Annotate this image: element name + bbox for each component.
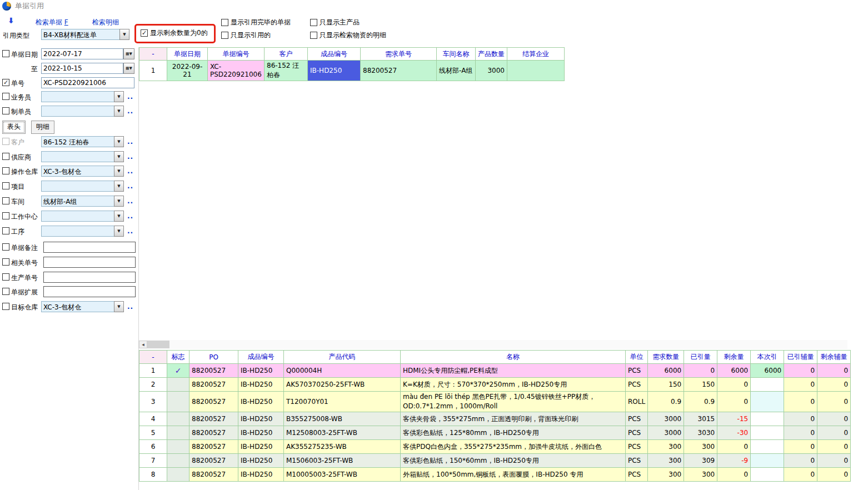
detail-grid-cell[interactable]: 0: [784, 364, 817, 378]
detail-grid-cell[interactable]: 6: [139, 440, 167, 454]
detail-grid-cell[interactable]: 客供夹骨袋，355*275mm，正面透明印刷，背面珠光印刷: [401, 412, 626, 426]
detail-grid-cell[interactable]: Q000004H: [284, 364, 401, 378]
date-input[interactable]: 2022-10-15: [41, 63, 123, 74]
field-checkbox[interactable]: [2, 182, 9, 189]
field-checkbox[interactable]: [2, 167, 9, 174]
text-input[interactable]: [43, 286, 136, 297]
tab-detail[interactable]: 明细: [31, 121, 54, 134]
combo-value[interactable]: XC-3-包材仓: [41, 301, 114, 312]
field-checkbox[interactable]: ✓: [2, 79, 9, 86]
detail-grid-cell[interactable]: 7: [139, 454, 167, 468]
current-draw-qty-cell[interactable]: [751, 378, 784, 392]
detail-grid-cell[interactable]: 88200527: [189, 412, 238, 426]
field-checkbox[interactable]: [2, 303, 9, 310]
detail-grid-cell[interactable]: [167, 468, 189, 482]
detail-grid-cell[interactable]: IB-HD250: [238, 440, 284, 454]
detail-grid-cell[interactable]: PCS: [626, 440, 648, 454]
text-input[interactable]: [43, 242, 136, 253]
detail-grid-cell[interactable]: 0: [817, 364, 851, 378]
field-checkbox-box[interactable]: [2, 138, 9, 145]
field-checkbox[interactable]: [2, 50, 9, 57]
current-draw-qty-cell[interactable]: 6000: [751, 364, 784, 378]
current-draw-qty-cell[interactable]: [751, 454, 784, 468]
combo-box[interactable]: ▼: [41, 211, 124, 222]
detail-grid-cell[interactable]: M1506003-25FT-WB: [284, 454, 401, 468]
detail-grid-cell[interactable]: 0: [817, 454, 851, 468]
search-detail-link[interactable]: 检索明细: [92, 18, 119, 27]
detail-grid-cell[interactable]: [167, 454, 189, 468]
download-icon[interactable]: ⬇: [8, 16, 14, 25]
detail-grid-cell[interactable]: 0: [717, 392, 751, 412]
detail-grid-cell[interactable]: PCS: [626, 364, 648, 378]
detail-grid-cell[interactable]: PCS: [626, 426, 648, 440]
combo-more-link[interactable]: ..: [127, 227, 133, 235]
field-checkbox[interactable]: [2, 258, 9, 266]
combo-value[interactable]: [41, 181, 114, 192]
combo-dropdown-icon[interactable]: ▼: [114, 226, 124, 237]
detail-grid-cell[interactable]: 0: [817, 426, 851, 440]
detail-grid-cell[interactable]: IB-HD250: [238, 412, 284, 426]
combo-box[interactable]: ▼: [41, 151, 124, 162]
detail-grid-cell[interactable]: M12508003-25FT-WB: [284, 426, 401, 440]
combo-dropdown-icon[interactable]: ▼: [114, 211, 124, 222]
combo-value[interactable]: [41, 151, 114, 162]
detail-grid-cell[interactable]: 3000: [648, 426, 684, 440]
combo-dropdown-icon[interactable]: ▼: [114, 166, 124, 177]
current-draw-qty-cell[interactable]: [751, 412, 784, 426]
detail-grid-cell[interactable]: [167, 378, 189, 392]
combo-dropdown-icon[interactable]: ▼: [114, 301, 124, 312]
detail-grid-cell[interactable]: 0: [717, 468, 751, 482]
detail-grid-cell[interactable]: 客供彩色贴纸，150*60mm，IB-HD250专用: [401, 454, 626, 468]
detail-grid-cell[interactable]: 88200527: [189, 364, 238, 378]
detail-grid-cell[interactable]: 150: [684, 378, 717, 392]
detail-grid-cell[interactable]: 0: [784, 426, 817, 440]
detail-grid-cell[interactable]: 4: [139, 412, 167, 426]
combo-more-link[interactable]: ..: [127, 182, 133, 190]
combo-more-link[interactable]: ..: [127, 138, 133, 146]
field-checkbox[interactable]: [2, 243, 9, 251]
field-checkbox-box[interactable]: [2, 258, 9, 266]
detail-grid-cell[interactable]: 88200527: [189, 440, 238, 454]
text-input[interactable]: [43, 257, 136, 268]
detail-grid-cell[interactable]: [167, 440, 189, 454]
detail-grid-cell[interactable]: 3030: [684, 426, 717, 440]
detail-grid-cell[interactable]: IB-HD250: [238, 468, 284, 482]
detail-grid-cell[interactable]: 3015: [684, 412, 717, 426]
detail-grid-cell[interactable]: 0: [784, 454, 817, 468]
detail-grid-cell[interactable]: 300: [648, 454, 684, 468]
detail-grid-cell[interactable]: 客供PDQ白色内盒，355*275*235mm，加强牛皮坑纸，外面白色: [401, 440, 626, 454]
detail-grid-cell[interactable]: 5: [139, 426, 167, 440]
combo-box[interactable]: ▼: [41, 91, 124, 102]
order-grid-cell[interactable]: IB-HD250: [308, 61, 361, 81]
combo-value[interactable]: [41, 106, 114, 117]
field-checkbox-box[interactable]: [2, 303, 9, 310]
field-checkbox-box[interactable]: [2, 107, 9, 114]
detail-grid-cell[interactable]: 客供彩色贴纸，125*80mm，IB-HD250专用: [401, 426, 626, 440]
detail-grid-cell[interactable]: 0: [717, 378, 751, 392]
combo-more-link[interactable]: ..: [127, 153, 133, 161]
checkbox-show-zero[interactable]: ✓ 显示剩余数量为0的: [141, 28, 208, 38]
combo-dropdown-icon[interactable]: ▼: [114, 181, 124, 192]
detail-grid-cell[interactable]: 0: [717, 440, 751, 454]
detail-grid-cell[interactable]: 88200527: [189, 392, 238, 412]
field-checkbox[interactable]: [2, 107, 9, 114]
field-checkbox-box[interactable]: [2, 93, 9, 100]
order-grid-cell[interactable]: [507, 61, 565, 81]
scrollbar-thumb[interactable]: [147, 341, 169, 348]
order-grid-cell[interactable]: 线材部-A组: [437, 61, 476, 81]
field-checkbox[interactable]: [2, 212, 9, 219]
detail-grid-cell[interactable]: 300: [648, 440, 684, 454]
field-checkbox-box[interactable]: [2, 167, 9, 174]
detail-grid-cell[interactable]: 0: [817, 378, 851, 392]
checkbox-only-detail-box[interactable]: [310, 32, 317, 39]
checkbox-only-main[interactable]: 只显示主产品: [310, 18, 360, 27]
detail-grid-cell[interactable]: 0: [817, 412, 851, 426]
tab-header[interactable]: 表头: [2, 121, 26, 134]
field-checkbox-box[interactable]: [2, 273, 9, 281]
checkbox-only-detail[interactable]: 只显示检索物资的明细: [310, 31, 386, 40]
detail-grid-cell[interactable]: 0: [784, 412, 817, 426]
combo-value[interactable]: 86-152 汪柏春: [41, 136, 114, 147]
ref-type-combo[interactable]: B4-XB材料配送单 ▼: [41, 29, 129, 40]
combo-dropdown-icon[interactable]: ▼: [114, 136, 124, 147]
detail-grid-cell[interactable]: IB-HD250: [238, 426, 284, 440]
